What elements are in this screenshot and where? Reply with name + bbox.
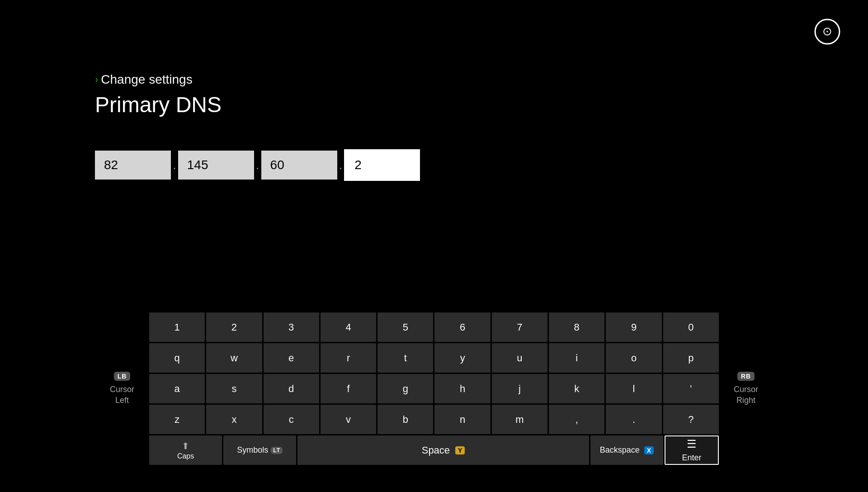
dns-field-4[interactable]: 2: [344, 149, 420, 181]
key-question[interactable]: ?: [663, 405, 719, 434]
key-b[interactable]: b: [377, 405, 433, 434]
dns-separator-2: .: [254, 158, 261, 172]
dns-field-1[interactable]: 82: [95, 151, 171, 180]
breadcrumb: › Change settings: [95, 72, 222, 87]
symbols-button[interactable]: Symbols LT: [223, 435, 296, 465]
key-apostrophe[interactable]: ': [663, 374, 719, 403]
svg-text:⊙: ⊙: [822, 24, 832, 38]
key-m[interactable]: m: [492, 405, 547, 434]
dns-fields: 82 . 145 . 60 . 2: [95, 149, 420, 181]
key-comma[interactable]: ,: [549, 405, 604, 434]
key-j[interactable]: j: [492, 374, 547, 403]
key-9[interactable]: 9: [606, 312, 661, 342]
key-h[interactable]: h: [434, 374, 490, 403]
key-i[interactable]: i: [549, 343, 604, 373]
key-f[interactable]: f: [321, 374, 376, 403]
key-u[interactable]: u: [492, 343, 547, 373]
enter-icon: ☰: [687, 438, 697, 450]
key-2[interactable]: 2: [206, 312, 262, 342]
dns-separator-1: .: [171, 158, 178, 172]
key-y[interactable]: y: [434, 343, 490, 373]
key-g[interactable]: g: [377, 374, 433, 403]
key-t[interactable]: t: [377, 343, 433, 373]
keyboard-row-z: z x c v b n m , . ?: [149, 405, 719, 434]
page-header: › Change settings Primary DNS: [95, 72, 222, 117]
backspace-button[interactable]: Backspace X: [590, 435, 663, 465]
key-w[interactable]: w: [206, 343, 262, 373]
key-c[interactable]: c: [264, 405, 319, 434]
keyboard-left-panel: LB CursorLeft: [95, 321, 149, 457]
key-7[interactable]: 7: [492, 312, 547, 342]
cursor-left-label: CursorLeft: [110, 384, 134, 406]
keyboard-main: 1 2 3 4 5 6 7 8 9 0 q w e r t y u i o p …: [149, 312, 719, 465]
breadcrumb-text: Change settings: [101, 72, 192, 87]
caps-icon: ⬆: [182, 440, 189, 451]
key-n[interactable]: n: [434, 405, 490, 434]
symbols-label: Symbols: [237, 445, 268, 455]
page-title: Primary DNS: [95, 92, 222, 117]
dns-separator-3: .: [337, 158, 344, 172]
keyboard-row-q: q w e r t y u i o p: [149, 343, 719, 373]
keyboard-row-a: a s d f g h j k l ': [149, 374, 719, 403]
key-3[interactable]: 3: [264, 312, 319, 342]
keyboard-row-bottom: ⬆ Caps Symbols LT Space Y Backspace X ☰ …: [149, 435, 719, 465]
key-5[interactable]: 5: [377, 312, 433, 342]
key-q[interactable]: q: [149, 343, 205, 373]
key-o[interactable]: o: [606, 343, 661, 373]
keyboard-right-panel: RB CursorRight: [719, 321, 773, 457]
keyboard-container: LB CursorLeft 1 2 3 4 5 6 7 8 9 0 q w e …: [95, 312, 773, 465]
key-4[interactable]: 4: [321, 312, 376, 342]
breadcrumb-arrow: ›: [95, 74, 98, 85]
rb-badge: RB: [737, 372, 755, 381]
key-k[interactable]: k: [549, 374, 604, 403]
key-z[interactable]: z: [149, 405, 205, 434]
enter-button[interactable]: ☰ Enter: [665, 435, 719, 465]
lb-badge: LB: [114, 372, 131, 381]
enter-label: Enter: [682, 453, 701, 463]
backspace-badge: X: [644, 446, 654, 454]
caps-label: Caps: [177, 452, 194, 460]
key-0[interactable]: 0: [663, 312, 719, 342]
key-1[interactable]: 1: [149, 312, 205, 342]
key-r[interactable]: r: [321, 343, 376, 373]
key-6[interactable]: 6: [434, 312, 490, 342]
key-v[interactable]: v: [321, 405, 376, 434]
cursor-right-label: CursorRight: [734, 384, 758, 406]
keyboard-row-numbers: 1 2 3 4 5 6 7 8 9 0: [149, 312, 719, 342]
dns-field-3[interactable]: 60: [261, 151, 337, 180]
caps-button[interactable]: ⬆ Caps: [149, 435, 222, 465]
dns-field-2[interactable]: 145: [178, 151, 254, 180]
key-e[interactable]: e: [264, 343, 319, 373]
key-s[interactable]: s: [206, 374, 262, 403]
xbox-logo: ⊙: [814, 18, 841, 45]
key-x[interactable]: x: [206, 405, 262, 434]
key-8[interactable]: 8: [549, 312, 604, 342]
space-badge: Y: [455, 446, 465, 454]
space-label: Space: [422, 445, 450, 456]
space-button[interactable]: Space Y: [297, 435, 589, 465]
symbols-badge: LT: [271, 447, 283, 454]
key-p[interactable]: p: [663, 343, 719, 373]
key-a[interactable]: a: [149, 374, 205, 403]
key-l[interactable]: l: [606, 374, 661, 403]
key-d[interactable]: d: [264, 374, 319, 403]
backspace-label: Backspace: [600, 445, 640, 455]
key-period[interactable]: .: [606, 405, 661, 434]
